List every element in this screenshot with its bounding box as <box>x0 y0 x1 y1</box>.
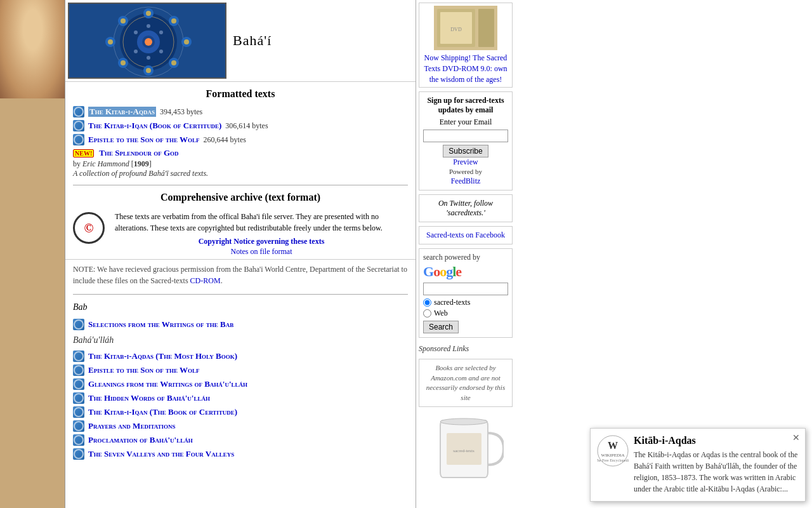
link-gleanings[interactable]: Gleanings from the Writings of Bahá'u'll… <box>88 379 247 389</box>
svg-point-22 <box>121 18 126 23</box>
portrait-figure <box>0 0 65 98</box>
amazon-text: Books are selected by Amazon.com and are… <box>426 364 505 401</box>
cdrom-link[interactable]: CD-ROM <box>190 276 221 285</box>
svg-point-14 <box>145 38 152 46</box>
divider-2 <box>73 294 408 295</box>
archive-text-block: These texts are verbatim from the offica… <box>115 211 408 257</box>
signup-box: Sign up for sacred-texts updates by emai… <box>419 91 513 190</box>
item-icon-b5 <box>73 406 84 418</box>
page-title: Bahá'í <box>233 32 272 49</box>
item-row-seven-valleys: The Seven Valleys and the Four Valleys <box>65 447 416 461</box>
link-epistle[interactable]: Epistle to the Son of the Wolf <box>88 135 200 145</box>
item-icon-b3 <box>73 378 84 390</box>
right-panel: DVD Now Shipping! The Sacred Texts DVD-R… <box>416 0 515 508</box>
note-text: NOTE: We have recieved gracious permissi… <box>65 259 416 290</box>
wiki-close-button[interactable]: ✕ <box>792 432 800 443</box>
splendour-desc: A collection of profound Bahá'ī sacred t… <box>65 169 416 181</box>
svg-text:W: W <box>608 440 618 451</box>
preview-link[interactable]: Preview <box>453 157 478 166</box>
facebook-link[interactable]: Sacred-texts on Facebook <box>426 231 505 239</box>
wiki-text: The Kitáb-i-Aqdas or Aqdas is the centra… <box>634 449 799 495</box>
splendour-byline: by Eric Hammond [1909] <box>65 159 416 169</box>
link-prayers[interactable]: Prayers and Meditations <box>88 421 176 431</box>
dvd-image: DVD <box>434 6 497 50</box>
link-epistle-2[interactable]: Epistle to the Son of the Wolf <box>88 365 200 375</box>
radio-web[interactable] <box>423 309 431 318</box>
subscribe-button[interactable]: Subscribe <box>443 145 488 157</box>
notes-format-link[interactable]: Notes on file format <box>231 247 292 256</box>
svg-text:WIKIPEDIA: WIKIPEDIA <box>601 453 625 458</box>
wiki-content: Kitāb-i-Aqdas The Kitáb-i-Aqdas or Aqdas… <box>634 435 799 495</box>
google-o2: o <box>440 264 446 279</box>
search-input[interactable] <box>423 283 508 295</box>
item-row-kitab-iqan-2: The Kitab-i-Iqan (The Book of Certitude) <box>65 405 416 419</box>
portrait-image <box>0 0 65 98</box>
link-hidden-words[interactable]: The Hidden Words of Bahá'u'lláh <box>88 393 210 403</box>
radio-sacred-label: sacred-texts <box>434 298 470 307</box>
item-icon-b6 <box>73 420 84 432</box>
item-row-selections-bab: Selections from the Writings of the Bab <box>65 318 416 331</box>
search-button[interactable]: Search <box>423 321 459 333</box>
item-row-proclamation: Proclamation of Bahá'u'lláh <box>65 433 416 447</box>
radio-sacred-texts[interactable] <box>423 298 431 307</box>
svg-point-26 <box>147 56 150 60</box>
svg-point-28 <box>134 30 138 34</box>
link-selections-bab[interactable]: Selections from the Writings of the Bab <box>88 319 233 330</box>
link-kitab-iqan-2[interactable]: The Kitab-i-Iqan (The Book of Certitude) <box>88 407 237 417</box>
svg-point-19 <box>146 68 151 73</box>
enter-email-label: Enter your Email <box>423 117 508 127</box>
link-splendour[interactable]: The Splendour of God <box>99 148 178 158</box>
size-kitab-iqan: 306,614 bytes <box>225 121 268 131</box>
dvd-link[interactable]: Now Shipping! The Sacred Texts DVD-ROM 9… <box>422 53 509 84</box>
size-epistle: 260,644 bytes <box>204 135 246 145</box>
svg-text:sacred-texts: sacred-texts <box>453 448 475 453</box>
bahaullah-label: Bahá'u'lláh <box>65 331 416 347</box>
item-icon-3 <box>73 134 84 145</box>
item-icon-b2 <box>73 364 84 376</box>
wiki-logo-container: W WIKIPEDIA The Free Encyclopedia <box>597 435 629 469</box>
copyright-link[interactable]: Copyright Notice governing these texts <box>199 237 325 246</box>
email-input[interactable] <box>423 130 508 142</box>
item-row-epistle: Epistle to the Son of the Wolf 260,644 b… <box>65 133 416 147</box>
item-row-gleanings: Gleanings from the Writings of Bahá'u'll… <box>65 377 416 391</box>
item-icon-b4 <box>73 392 84 404</box>
radio-row-web: Web <box>423 309 508 318</box>
item-row-kitab-iqan: The Kitab-i-Iqan (Book of Certitude) 306… <box>65 119 416 133</box>
radio-web-label: Web <box>434 309 448 318</box>
copyright-icon: © <box>73 212 105 244</box>
divider-1 <box>73 185 408 185</box>
item-icon-b7 <box>73 434 84 446</box>
svg-point-23 <box>147 24 150 28</box>
feedblitz-link[interactable]: FeedBlitz <box>451 177 481 185</box>
svg-text:The Free Encyclopedia: The Free Encyclopedia <box>597 458 629 462</box>
item-row-kitab-aqdas: The Kitab-i-Aqdas 394,453 bytes <box>65 105 416 119</box>
item-icon-bab <box>73 319 84 330</box>
twitter-box: On Twitter, follow 'sacredtexts.' <box>419 194 513 222</box>
item-icon-2 <box>73 120 84 131</box>
twitter-text: On Twitter, follow 'sacredtexts.' <box>438 199 493 217</box>
sponsored-label: Sponsored Links <box>419 344 469 353</box>
facebook-box: Sacred-texts on Facebook <box>419 226 513 244</box>
link-kitab-aqdas[interactable]: The Kitab-i-Aqdas <box>88 107 156 117</box>
link-kitab-iqan[interactable]: The Kitab-i-Iqan (Book of Certitude) <box>88 121 221 131</box>
svg-point-27 <box>134 50 138 53</box>
svg-point-25 <box>159 50 163 53</box>
google-e: e <box>455 264 461 279</box>
item-icon-b8 <box>73 448 84 460</box>
svg-point-15 <box>146 11 151 16</box>
left-nav-links[interactable] <box>0 98 65 109</box>
link-kitab-aqdas-2[interactable]: The Kitab-i-Aqdas (The Most Holy Book) <box>88 351 237 361</box>
header-row: Bahá'í <box>65 0 416 82</box>
item-row-kitab-aqdas-2: The Kitab-i-Aqdas (The Most Holy Book) <box>65 349 416 363</box>
search-box: search powered by Google sacred-texts We… <box>419 248 513 338</box>
link-proclamation[interactable]: Proclamation of Bahá'u'lláh <box>88 435 193 445</box>
archive-section: © These texts are verbatim from the offi… <box>65 208 416 259</box>
mug-image: sacred-texts <box>428 411 504 487</box>
google-o1: o <box>433 264 440 279</box>
link-seven-valleys[interactable]: The Seven Valleys and the Four Valleys <box>88 449 234 459</box>
amazon-box: Books are selected by Amazon.com and are… <box>419 359 513 407</box>
svg-point-38 <box>440 418 487 425</box>
svg-point-20 <box>121 60 126 65</box>
svg-point-17 <box>184 39 189 44</box>
archive-body-text: These texts are verbatim from the offica… <box>115 211 408 234</box>
